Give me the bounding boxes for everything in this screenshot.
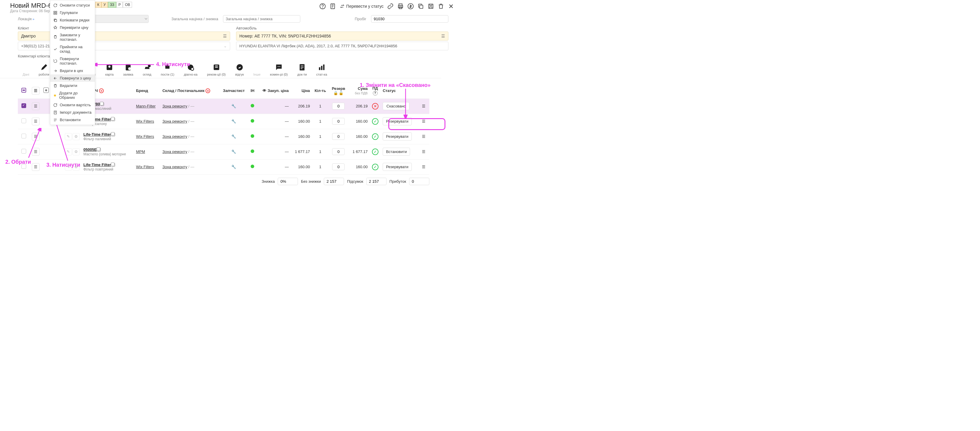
link-icon[interactable] [387,3,394,10]
th-price[interactable]: Ціна [291,83,312,99]
brand-link[interactable]: Mann-Filter [136,104,156,109]
ctx-add-favorite[interactable]: ★Додати до Обраних [50,89,95,101]
th-status[interactable]: Статус [381,83,418,99]
status-button[interactable]: Скасовано [383,102,409,110]
hamburger-icon[interactable]: ☰ [441,34,445,38]
tab-map[interactable]: карта [100,61,118,78]
tab-documents[interactable]: док-ти [293,61,312,78]
lock-icon[interactable]: 🔒 [339,91,344,95]
row-menu-button[interactable]: ☰ [32,118,40,125]
settings-icon[interactable]: ⚙ [73,148,80,155]
th-stock[interactable]: Склад / Постачальник ✕ [161,83,220,99]
row-menu-button[interactable]: ☰ [420,163,428,171]
tab-recommendations[interactable]: реком-ції (0) [202,61,231,78]
tab-posts[interactable]: пости (1) [156,61,179,78]
ctx-accept-stock[interactable]: Прийняти на склад [50,43,95,55]
add-row-button[interactable]: + [43,88,49,93]
tab-request[interactable]: заявка [118,61,138,78]
eye-off-icon[interactable]: 👁 [262,88,266,93]
vehicle-plate-row[interactable]: Номер: АЕ 7777 ТК, VIN: 5NPD74LF2HH19485… [236,32,449,40]
edit-icon[interactable]: ✎ [65,133,72,140]
copy-icon[interactable] [111,163,115,167]
ctx-issue-workshop[interactable]: Видати в цех [50,67,95,74]
part-code[interactable]: 05005E [84,147,97,152]
markup-input[interactable] [223,15,300,22]
row-menu-button[interactable]: ☰ [420,133,428,140]
wrench-icon[interactable]: 🔧 [231,119,236,123]
status-button[interactable]: Резервувати [383,117,412,125]
ctx-return-workshop[interactable]: Повернути з цеху [50,74,95,82]
pd-status-icon[interactable]: ✓ [372,133,379,140]
tab-other[interactable]: Інше [248,70,265,78]
brand-link[interactable]: Wix Filters [136,134,154,139]
pd-status-icon[interactable]: ✕ [372,103,379,110]
copy-icon[interactable] [100,102,104,106]
ctx-install[interactable]: Встановити [50,116,95,123]
header-menu-button[interactable]: ☰ [32,87,40,95]
part-code[interactable]: Life-Time Filter [84,132,111,137]
ctx-update-statuses[interactable]: Оновити статуси [50,2,95,9]
status-button[interactable]: Резервувати [383,132,412,140]
brand-link[interactable]: Wix Filters [136,119,154,123]
help-icon[interactable] [319,3,326,10]
profit-input[interactable] [409,178,430,185]
ctx-import-doc[interactable]: Імпорт документа [50,109,95,116]
lock-icon[interactable]: 🔒 [333,91,338,95]
tab-statistics[interactable]: стат-ка [312,61,332,78]
copy-icon[interactable] [97,148,101,152]
no-discount-input[interactable] [324,178,344,185]
remove-icon[interactable]: ✕ [99,88,104,93]
row-checkbox[interactable] [21,149,26,153]
pd-status-icon[interactable]: ✓ [372,164,379,170]
settings-icon[interactable]: ⚙ [73,163,80,171]
tab-data[interactable]: Дані [18,70,34,78]
settings-icon[interactable]: ⚙ [73,133,80,140]
row-menu-button[interactable]: ☰ [32,148,40,156]
wrench-icon[interactable]: 🔧 [231,164,236,169]
print-icon[interactable] [397,3,404,10]
ctx-order-supplier[interactable]: Замовити у постачал. [50,31,95,43]
help-icon[interactable]: ? [373,91,378,96]
reserve-input[interactable] [332,163,345,170]
reserve-input[interactable] [332,118,345,125]
brand-link[interactable]: Wix Filters [136,164,154,169]
stock-link[interactable]: Зона ремонту [162,149,187,154]
reserve-input[interactable] [332,148,345,155]
ctx-group[interactable]: Групувати [50,9,95,16]
row-menu-button[interactable]: ☰ [32,163,40,171]
save-icon[interactable] [428,3,434,10]
receipt-icon[interactable] [329,3,336,10]
status-button[interactable]: Резервувати [383,163,412,171]
edit-icon[interactable]: ✎ [65,163,72,171]
th-sum[interactable]: Сумабез ПДВ [348,83,369,99]
remove-icon[interactable]: ✕ [205,88,210,93]
th-pd[interactable]: ПД? [369,83,381,99]
row-checkbox[interactable] [21,103,26,108]
money-icon[interactable] [407,3,414,10]
edit-icon[interactable]: ✎ [65,148,72,155]
status-button[interactable]: Встановити [383,148,410,156]
row-checkbox[interactable] [21,164,26,169]
row-checkbox[interactable] [21,118,26,123]
copy-icon[interactable] [417,3,424,10]
status-chip[interactable]: К [95,2,102,8]
row-menu-button[interactable]: ☰ [32,133,40,140]
status-chip[interactable]: ЗЗ [108,2,116,8]
close-icon[interactable] [448,3,454,10]
row-menu-button[interactable]: ☰ [32,102,40,110]
pd-status-icon[interactable]: ✓ [372,118,379,125]
pd-status-icon[interactable]: ✓ [372,148,379,155]
reserve-input[interactable] [332,103,345,110]
th-qty[interactable]: Кіл-ть [312,83,329,99]
ctx-delete[interactable]: Видалити [50,82,95,89]
wrench-icon[interactable]: 🔧 [231,149,236,154]
vehicle-desc-row[interactable]: HYUNDAI ELANTRA VI Ліфтбек (AD, ADA), 20… [236,42,449,50]
th-reserve[interactable]: Резерв🔒🔒 [329,83,348,99]
stock-link[interactable]: Зона ремонту [162,119,187,123]
trash-icon[interactable] [438,3,444,10]
status-chip[interactable]: ОВ [123,2,132,8]
th-brand[interactable]: Бренд [134,83,161,99]
status-chip[interactable]: У [102,2,108,8]
tab-comments[interactable]: комен-рі (0) [265,61,293,78]
th-purchase[interactable]: 👁 Закуп. ціна [256,83,290,99]
